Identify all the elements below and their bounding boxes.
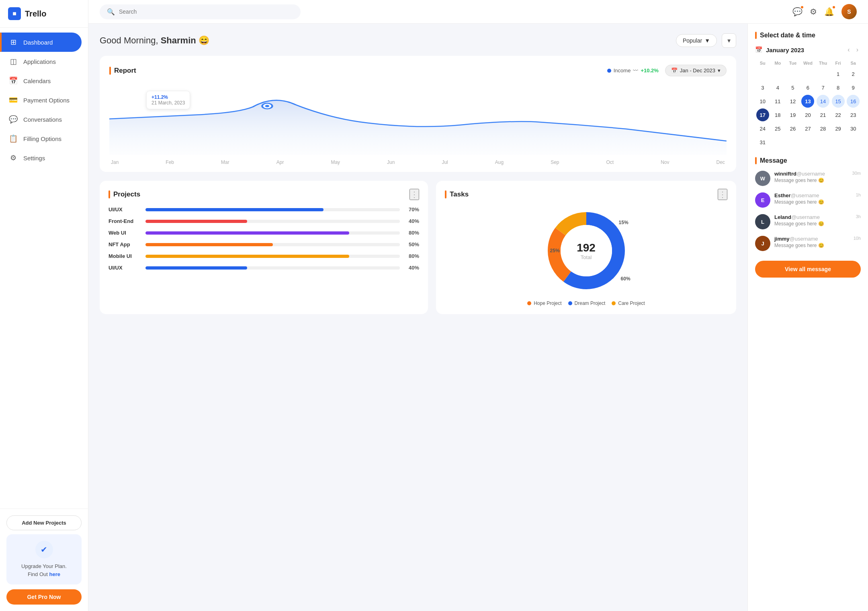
cal-cell-3[interactable]: 3 <box>756 81 769 94</box>
msg-time: 30m <box>852 171 861 176</box>
cal-cell[interactable] <box>817 136 829 149</box>
cal-cell-14[interactable]: 14 <box>817 95 829 108</box>
cal-cell-23[interactable]: 23 <box>847 108 860 121</box>
date-time-title: Select date & time <box>755 32 861 39</box>
user-avatar[interactable]: S <box>841 4 857 19</box>
cal-cell-17[interactable]: 17 <box>756 108 769 121</box>
legend-dream: Dream Project <box>568 300 606 306</box>
get-pro-button[interactable]: Get Pro Now <box>6 589 82 605</box>
donut-wrap: 25% 192 <box>542 206 631 295</box>
message-item[interactable]: L Leland@username Message goes here 😊 3h <box>755 214 861 229</box>
sidebar-item-label: Dashboard <box>23 39 53 46</box>
sidebar-item-applications[interactable]: ◫ Applications <box>0 52 88 71</box>
cal-cell-26[interactable]: 26 <box>786 122 799 135</box>
sidebar-item-conversations[interactable]: 💬 Conversations <box>0 110 88 129</box>
cal-cell-4[interactable]: 4 <box>771 81 784 94</box>
page-body: Good Morning, Sharmin 😄 Popular ▼ ▼ Repo… <box>88 24 868 611</box>
cal-cell-25[interactable]: 25 <box>771 122 784 135</box>
cal-cell[interactable] <box>817 67 829 80</box>
message-item[interactable]: E Esther@username Message goes here 😊 1h <box>755 192 861 208</box>
upgrade-text: Upgrade Your Plan. Find Out here <box>13 562 75 578</box>
cal-cell-30[interactable]: 30 <box>847 122 860 135</box>
cal-cell-22[interactable]: 22 <box>832 108 845 121</box>
chat-icon-button[interactable]: 💬 <box>792 7 802 16</box>
cal-cell[interactable] <box>801 136 814 149</box>
tasks-menu-button[interactable]: ⋮ <box>718 189 727 200</box>
sidebar-item-calendars[interactable]: 📅 Calendars <box>0 71 88 90</box>
sidebar-item-filling[interactable]: 📋 Filling Options <box>0 129 88 148</box>
tooltip-pct: +11.2% <box>151 94 185 100</box>
message-item[interactable]: W winniftrd@username Message goes here 😊… <box>755 171 861 186</box>
legend-care-label: Care Project <box>618 300 645 306</box>
bottom-row: Projects ⋮ UI/UX 70% Front-End 40% Web U… <box>100 181 736 314</box>
cal-cell-28[interactable]: 28 <box>817 122 829 135</box>
progress-bar-fill <box>145 231 349 235</box>
cal-prev-button[interactable]: ‹ <box>845 45 852 54</box>
cal-cell[interactable] <box>801 67 814 80</box>
cal-cell-15[interactable]: 15 <box>832 95 845 108</box>
here-link[interactable]: here <box>49 571 60 577</box>
msg-username: Esther@username <box>774 192 852 198</box>
cal-cell-5[interactable]: 5 <box>786 81 799 94</box>
date-range-button[interactable]: 📅 Jan - Dec 2023 ▾ <box>665 65 727 76</box>
tasks-title: Tasks <box>445 190 469 198</box>
cal-cell[interactable] <box>771 136 784 149</box>
msg-username: winniftrd@username <box>774 171 848 177</box>
cal-cell-29[interactable]: 29 <box>832 122 845 135</box>
popular-button[interactable]: Popular ▼ <box>676 34 717 47</box>
cal-cell[interactable] <box>832 136 845 149</box>
search-icon: 🔍 <box>107 8 115 16</box>
sidebar: ■ Trello ⊞ Dashboard ◫ Applications 📅 Ca… <box>0 0 88 611</box>
cal-cell[interactable] <box>756 67 769 80</box>
msg-content: winniftrd@username Message goes here 😊 <box>774 171 848 183</box>
cal-cell-19[interactable]: 19 <box>786 108 799 121</box>
progress-bar-fill <box>145 220 247 223</box>
msg-content: jimmy@username Message goes here 😊 <box>774 236 850 248</box>
sidebar-item-settings[interactable]: ⚙ Settings <box>0 148 88 168</box>
settings-icon-button[interactable]: ⚙ <box>810 7 817 16</box>
notification-icon-button[interactable]: 🔔 <box>824 7 834 16</box>
cal-cell-31[interactable]: 31 <box>756 136 769 149</box>
applications-icon: ◫ <box>9 57 18 66</box>
search-input[interactable] <box>119 8 293 15</box>
view-all-message-button[interactable]: View all message <box>755 261 861 278</box>
cal-cell[interactable] <box>786 67 799 80</box>
total-label: Total <box>577 254 596 260</box>
svg-point-0 <box>265 105 270 107</box>
cal-cell-2[interactable]: 2 <box>847 67 860 80</box>
cal-cell-24[interactable]: 24 <box>756 122 769 135</box>
cal-cell-9[interactable]: 9 <box>847 81 860 94</box>
add-new-projects-button[interactable]: Add New Projects <box>6 515 82 530</box>
cal-cell[interactable] <box>847 136 860 149</box>
cal-cell-6[interactable]: 6 <box>801 81 814 94</box>
progress-pct: 40% <box>405 265 419 271</box>
legend-dream-label: Dream Project <box>575 300 606 306</box>
cal-cell-21[interactable]: 21 <box>817 108 829 121</box>
cal-cell-13[interactable]: 13 <box>801 95 814 108</box>
progress-bar-fill <box>145 243 273 246</box>
cal-cell-8[interactable]: 8 <box>832 81 845 94</box>
cal-cell[interactable] <box>786 136 799 149</box>
cal-cell[interactable] <box>771 67 784 80</box>
cal-cell-18[interactable]: 18 <box>771 108 784 121</box>
projects-menu-button[interactable]: ⋮ <box>409 189 419 200</box>
calendar-header: 📅 January 2023 ‹ › <box>755 45 861 54</box>
sidebar-item-payment[interactable]: 💳 Payment Options <box>0 90 88 110</box>
cal-cell-1[interactable]: 1 <box>832 67 845 80</box>
message-item[interactable]: J jimmy@username Message goes here 😊 10h <box>755 236 861 251</box>
sidebar-item-dashboard[interactable]: ⊞ Dashboard <box>0 33 82 52</box>
cal-cell-10[interactable]: 10 <box>756 95 769 108</box>
cal-cell-16[interactable]: 16 <box>847 95 860 108</box>
filter-button[interactable]: ▼ <box>722 33 736 48</box>
cal-cell-20[interactable]: 20 <box>801 108 814 121</box>
progress-bar-fill <box>145 255 349 258</box>
report-chart <box>109 83 727 155</box>
cal-next-button[interactable]: › <box>854 45 861 54</box>
cal-cell-11[interactable]: 11 <box>771 95 784 108</box>
msg-time: 3h <box>856 214 861 219</box>
cal-cell-12[interactable]: 12 <box>786 95 799 108</box>
cal-cell-7[interactable]: 7 <box>817 81 829 94</box>
search-box[interactable]: 🔍 <box>100 4 301 19</box>
sidebar-item-label: Settings <box>23 155 45 161</box>
cal-cell-27[interactable]: 27 <box>801 122 814 135</box>
